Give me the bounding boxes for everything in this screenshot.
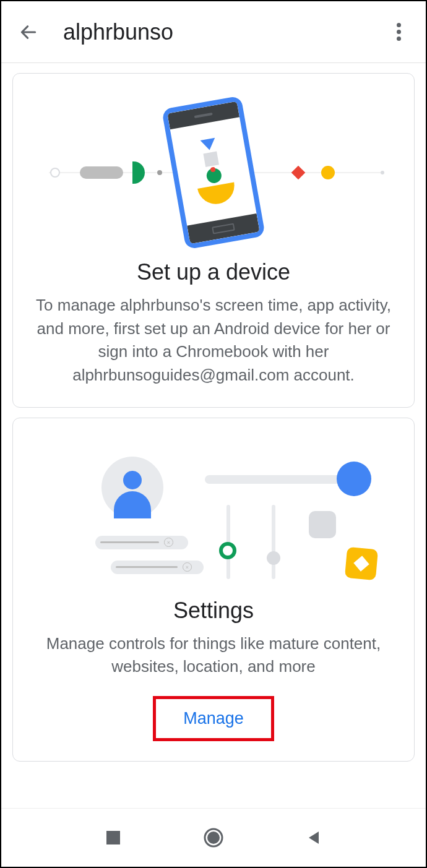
nav-recent-button[interactable] bbox=[101, 825, 126, 850]
setup-card-title: Set up a device bbox=[30, 259, 397, 285]
system-nav-bar bbox=[1, 808, 426, 867]
highlight-annotation: Manage bbox=[153, 696, 274, 741]
back-button[interactable] bbox=[16, 20, 41, 45]
svg-rect-0 bbox=[106, 831, 120, 844]
arrow-left-icon bbox=[19, 22, 38, 42]
nav-home-button[interactable] bbox=[201, 825, 226, 850]
setup-device-card: Set up a device To manage alphrbunso's s… bbox=[12, 73, 415, 408]
manage-button[interactable]: Manage bbox=[156, 699, 271, 738]
menu-dot-icon bbox=[397, 30, 401, 34]
svg-point-2 bbox=[207, 831, 220, 844]
settings-card: × × Settings Manage controls for things … bbox=[12, 418, 415, 762]
overflow-menu-button[interactable] bbox=[386, 20, 411, 45]
menu-dot-icon bbox=[397, 37, 401, 41]
circle-icon bbox=[202, 827, 225, 849]
nav-back-button[interactable] bbox=[301, 825, 326, 850]
menu-dot-icon bbox=[397, 23, 401, 27]
settings-card-description: Manage controls for things like mature c… bbox=[30, 632, 397, 679]
settings-illustration: × × bbox=[30, 437, 397, 585]
triangle-left-icon bbox=[305, 829, 322, 846]
page-title: alphrbunso bbox=[63, 19, 386, 45]
setup-illustration bbox=[30, 92, 397, 253]
square-icon bbox=[105, 830, 121, 846]
app-header: alphrbunso bbox=[1, 1, 426, 63]
settings-card-title: Settings bbox=[30, 598, 397, 624]
setup-card-description: To manage alphrbunso's screen time, app … bbox=[30, 294, 397, 387]
